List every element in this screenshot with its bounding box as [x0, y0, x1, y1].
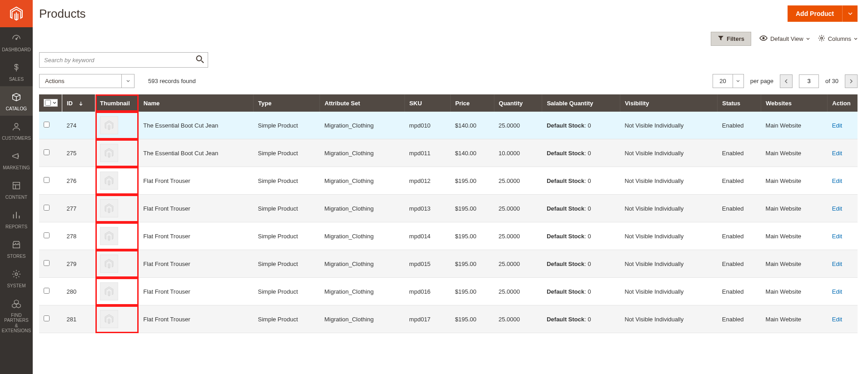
row-checkbox[interactable]	[44, 122, 50, 128]
sidebar-item-marketing[interactable]: MARKETING	[0, 145, 33, 175]
column-websites[interactable]: Websites	[761, 94, 828, 112]
cell-sku: mpd016	[404, 278, 450, 305]
sidebar-item-content[interactable]: CONTENT	[0, 175, 33, 204]
bulk-actions-dropdown[interactable]: Actions	[39, 74, 135, 88]
cell-name: Flat Front Trouser	[139, 278, 253, 305]
row-checkbox[interactable]	[44, 288, 50, 294]
row-checkbox[interactable]	[44, 205, 50, 211]
magento-logo[interactable]	[0, 0, 33, 27]
cell-visibility: Not Visible Individually	[620, 278, 717, 305]
cell-visibility: Not Visible Individually	[620, 112, 717, 139]
sidebar-item-find[interactable]: FIND PARTNERS& EXTENSIONS	[0, 293, 33, 338]
column-attribute-set[interactable]: Attribute Set	[320, 94, 405, 112]
column-visibility[interactable]: Visibility	[620, 94, 717, 112]
cell-sku: mpd017	[404, 305, 450, 333]
cell-status: Enabled	[718, 195, 761, 222]
column-id[interactable]: ID	[62, 94, 95, 112]
row-checkbox[interactable]	[44, 232, 50, 238]
edit-link[interactable]: Edit	[832, 233, 842, 240]
column-action[interactable]: Action	[828, 94, 858, 112]
column-name[interactable]: Name	[139, 94, 253, 112]
cell-visibility: Not Visible Individually	[620, 305, 717, 333]
cell-visibility: Not Visible Individually	[620, 222, 717, 250]
default-view-control[interactable]: Default View	[759, 35, 810, 43]
column-thumbnail[interactable]: Thumbnail	[95, 94, 139, 112]
row-checkbox[interactable]	[44, 315, 50, 321]
thumbnail-placeholder	[100, 310, 118, 328]
dollar-icon	[11, 63, 21, 74]
edit-link[interactable]: Edit	[832, 261, 842, 267]
sidebar-item-dashboard[interactable]: DASHBOARD	[0, 27, 33, 57]
edit-link[interactable]: Edit	[832, 288, 842, 295]
cell-quantity: 25.0000	[494, 167, 542, 195]
filters-button[interactable]: Filters	[711, 32, 751, 46]
sidebar-item-sales[interactable]: SALES	[0, 57, 33, 86]
sidebar-item-stores[interactable]: STORES	[0, 234, 33, 263]
edit-link[interactable]: Edit	[832, 205, 842, 212]
column-status[interactable]: Status	[718, 94, 761, 112]
records-found: 593 records found	[148, 78, 196, 84]
cell-salable: Default Stock: 0	[542, 139, 620, 167]
sidebar-item-system[interactable]: SYSTEM	[0, 263, 33, 293]
search-input[interactable]	[39, 52, 208, 68]
cell-attribute-set: Migration_Clothing	[320, 278, 405, 305]
table-row[interactable]: 277 Flat Front Trouser Simple Product Mi…	[39, 195, 858, 222]
table-row[interactable]: 276 Flat Front Trouser Simple Product Mi…	[39, 167, 858, 195]
row-checkbox[interactable]	[44, 260, 50, 266]
caret-down-icon	[854, 35, 858, 42]
row-checkbox[interactable]	[44, 149, 50, 155]
cell-price: $140.00	[450, 112, 494, 139]
add-product-dropdown[interactable]	[842, 5, 858, 22]
cell-sku: mpd015	[404, 250, 450, 278]
prev-page-button[interactable]	[780, 74, 793, 88]
column-type[interactable]: Type	[254, 94, 320, 112]
cell-attribute-set: Migration_Clothing	[320, 167, 405, 195]
table-row[interactable]: 281 Flat Front Trouser Simple Product Mi…	[39, 305, 858, 333]
add-product-button[interactable]: Add Product	[788, 5, 842, 22]
cell-name: Flat Front Trouser	[139, 222, 253, 250]
cell-id: 279	[62, 250, 95, 278]
cell-salable: Default Stock: 0	[542, 305, 620, 333]
cell-name: The Essential Boot Cut Jean	[139, 139, 253, 167]
cell-type: Simple Product	[254, 222, 320, 250]
search-icon[interactable]	[195, 55, 205, 65]
cell-price: $195.00	[450, 278, 494, 305]
sidebar-item-customers[interactable]: CUSTOMERS	[0, 116, 33, 145]
column-salable[interactable]: Salable Quantity	[542, 94, 620, 112]
row-checkbox[interactable]	[44, 177, 50, 183]
table-row[interactable]: 279 Flat Front Trouser Simple Product Mi…	[39, 250, 858, 278]
column-sku[interactable]: SKU	[404, 94, 450, 112]
select-all-checkbox[interactable]	[45, 100, 51, 106]
cell-websites: Main Website	[761, 167, 828, 195]
columns-control[interactable]: Columns	[818, 34, 858, 43]
edit-link[interactable]: Edit	[832, 177, 842, 184]
per-page-select[interactable]: 20	[713, 74, 743, 88]
svg-point-6	[197, 56, 202, 61]
table-row[interactable]: 278 Flat Front Trouser Simple Product Mi…	[39, 222, 858, 250]
cell-id: 274	[62, 112, 95, 139]
edit-link[interactable]: Edit	[832, 150, 842, 157]
column-checkbox[interactable]	[39, 94, 62, 112]
cell-price: $195.00	[450, 222, 494, 250]
cell-sku: mpd011	[404, 139, 450, 167]
edit-link[interactable]: Edit	[832, 316, 842, 323]
edit-link[interactable]: Edit	[832, 122, 842, 129]
page-input[interactable]	[799, 74, 819, 88]
table-row[interactable]: 274 The Essential Boot Cut Jean Simple P…	[39, 112, 858, 139]
sidebar-item-reports[interactable]: REPORTS	[0, 204, 33, 234]
cell-status: Enabled	[718, 305, 761, 333]
cell-quantity: 10.0000	[494, 139, 542, 167]
cell-sku: mpd013	[404, 195, 450, 222]
caret-down-icon	[121, 74, 134, 88]
cell-attribute-set: Migration_Clothing	[320, 195, 405, 222]
sidebar-item-catalog[interactable]: CATALOG	[0, 86, 33, 116]
caret-down-icon	[806, 35, 810, 42]
table-row[interactable]: 275 The Essential Boot Cut Jean Simple P…	[39, 139, 858, 167]
table-row[interactable]: 280 Flat Front Trouser Simple Product Mi…	[39, 278, 858, 305]
column-price[interactable]: Price	[450, 94, 494, 112]
caret-down-icon	[733, 74, 743, 88]
cell-quantity: 25.0000	[494, 112, 542, 139]
cell-name: Flat Front Trouser	[139, 250, 253, 278]
column-quantity[interactable]: Quantity	[494, 94, 542, 112]
next-page-button[interactable]	[845, 74, 858, 88]
